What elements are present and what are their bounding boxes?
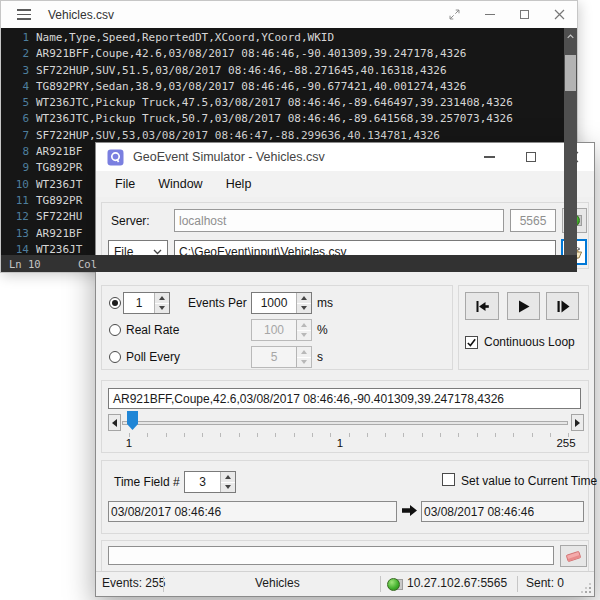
hamburger-icon[interactable]: [17, 9, 31, 20]
scroll-up-icon[interactable]: [567, 33, 574, 40]
minimize-icon[interactable]: [472, 1, 507, 28]
maximize-icon[interactable]: [507, 1, 542, 28]
code-line: 1Name,Type,Speed,ReportedDT,XCoord,YCoor…: [1, 30, 564, 46]
spinner-up-icon[interactable]: [221, 472, 235, 482]
menubar: File Window Help: [96, 171, 594, 197]
slider-track[interactable]: [122, 421, 568, 425]
simulator-window: GeoEvent Simulator - Vehicles.csv File W…: [95, 142, 595, 597]
right-triangle-icon: [575, 419, 580, 427]
feed-name: Vehicles: [255, 576, 300, 590]
time-to-field[interactable]: 03/08/2017 08:46:46: [421, 501, 584, 522]
slider-thumb[interactable]: [127, 411, 138, 430]
play-button[interactable]: [507, 292, 540, 320]
eraser-icon: [564, 549, 583, 563]
check-icon: [466, 337, 477, 348]
code-line: 2AR921BFF,Coupe,42.6,03/08/2017 08:46:46…: [1, 46, 564, 62]
resize-grip[interactable]: [589, 591, 591, 593]
time-field-stepper[interactable]: 3: [184, 471, 236, 493]
spinner-down-icon: [297, 330, 311, 341]
events-per-radio[interactable]: [109, 297, 121, 309]
real-rate-radio[interactable]: [109, 324, 121, 336]
step-button[interactable]: [546, 292, 579, 320]
event-group: AR921BFF,Coupe,42.6,03/08/2017 08:46:46,…: [101, 380, 589, 453]
current-time-checkbox[interactable]: [442, 473, 455, 486]
expand-icon[interactable]: [437, 1, 472, 28]
server-port-field[interactable]: 5565: [510, 209, 556, 232]
interval-unit-label: ms: [317, 296, 333, 310]
server-label: Server:: [111, 214, 150, 228]
progress-bar: [108, 546, 554, 565]
current-event-field[interactable]: AR921BFF,Coupe,42.6,03/08/2017 08:46:46,…: [108, 388, 581, 409]
line-indicator: Ln 10: [9, 258, 41, 270]
spinner-up-icon: [297, 320, 311, 330]
statusbar-separator: [517, 576, 518, 592]
current-time-label: Set value to Current Time: [461, 474, 597, 488]
slider-left-button[interactable]: [108, 414, 121, 431]
close-icon[interactable]: [542, 1, 577, 28]
spinner-up-icon[interactable]: [297, 293, 311, 303]
poll-every-label: Poll Every: [126, 350, 180, 364]
time-from-field[interactable]: 03/08/2017 08:46:46: [108, 501, 397, 522]
simulator-title: GeoEvent Simulator - Vehicles.csv: [133, 150, 325, 164]
real-rate-unit-label: %: [317, 323, 328, 337]
editor-title: Vehicles.csv: [48, 8, 114, 22]
poll-stepper: 5: [251, 346, 312, 368]
geoevent-logo-icon: [107, 149, 124, 166]
time-field-label: Time Field #: [114, 475, 180, 489]
menu-help[interactable]: Help: [219, 174, 259, 194]
sent-count: Sent: 0: [526, 576, 564, 590]
spinner-up-icon[interactable]: [155, 293, 169, 303]
endpoint-text: 10.27.102.67:5565: [407, 576, 507, 590]
real-rate-stepper: 100: [251, 319, 312, 341]
step-forward-icon: [556, 300, 570, 313]
slider-mid-label: 1: [330, 437, 350, 449]
play-icon: [518, 300, 530, 313]
statusbar: Events: 255 Vehicles 10.27.102.67:5565 S…: [96, 571, 594, 596]
editor-statusbar: Ln 10 Col: [1, 255, 577, 272]
left-triangle-icon: [112, 419, 117, 427]
maximize-icon[interactable]: [510, 143, 552, 171]
poll-unit-label: s: [317, 350, 323, 364]
code-line: 6WT236JTC,Pickup Truck,50.7,03/08/2017 0…: [1, 111, 564, 127]
editor-scrollbar[interactable]: [564, 28, 577, 272]
code-line: 4TG892PRY,Sedan,38.9,03/08/2017 08:46:46…: [1, 79, 564, 95]
skip-start-icon: [475, 300, 490, 313]
skip-to-start-button[interactable]: [465, 292, 499, 320]
spinner-down-icon[interactable]: [297, 303, 311, 314]
scrollbar-thumb[interactable]: [565, 55, 576, 91]
playback-group: Continuous Loop: [458, 285, 589, 370]
events-count: Events: 255: [102, 576, 165, 590]
server-host-field[interactable]: localhost: [174, 209, 504, 232]
menu-file[interactable]: File: [108, 174, 142, 194]
continuous-loop-label: Continuous Loop: [484, 335, 575, 349]
spinner-down-icon: [297, 357, 311, 368]
col-indicator: Col: [78, 258, 97, 270]
continuous-loop-checkbox[interactable]: [465, 336, 478, 349]
simulator-titlebar: GeoEvent Simulator - Vehicles.csv: [96, 143, 594, 171]
spinner-down-icon[interactable]: [221, 482, 235, 493]
statusbar-separator: [380, 576, 381, 592]
code-line: 3SF722HUP,SUV,51.5,03/08/2017 08:46:46,-…: [1, 63, 564, 79]
editor-titlebar: Vehicles.csv: [1, 1, 577, 28]
menu-window[interactable]: Window: [151, 174, 209, 194]
spinner-down-icon[interactable]: [155, 303, 169, 314]
statusbar-separator: [163, 576, 164, 592]
connection-status-icon: [387, 577, 403, 591]
rate-group: 1 Events Per 1000 ms Real Rate 100 % Pol…: [101, 285, 453, 370]
desktop: Vehicles.csv 1Name,Type,Speed,ReportedDT…: [0, 0, 600, 600]
progress-group: [101, 540, 589, 573]
real-rate-label: Real Rate: [126, 323, 179, 337]
slider-right-button[interactable]: [571, 414, 584, 431]
events-count-stepper[interactable]: 1: [123, 292, 170, 314]
spinner-up-icon: [297, 347, 311, 357]
poll-every-radio[interactable]: [109, 351, 121, 363]
interval-stepper[interactable]: 1000: [251, 292, 312, 314]
slider-min-label: 1: [120, 437, 138, 449]
clear-button[interactable]: [560, 545, 587, 567]
minimize-icon[interactable]: [468, 143, 510, 171]
arrow-right-icon: [401, 504, 418, 517]
code-line: 5WT236JTC,Pickup Truck,47.5,03/08/2017 0…: [1, 95, 564, 111]
slider-max-label: 255: [554, 437, 578, 449]
time-group: Time Field # 3 Set value to Current Time…: [101, 460, 589, 534]
events-per-label: Events Per: [188, 296, 247, 310]
